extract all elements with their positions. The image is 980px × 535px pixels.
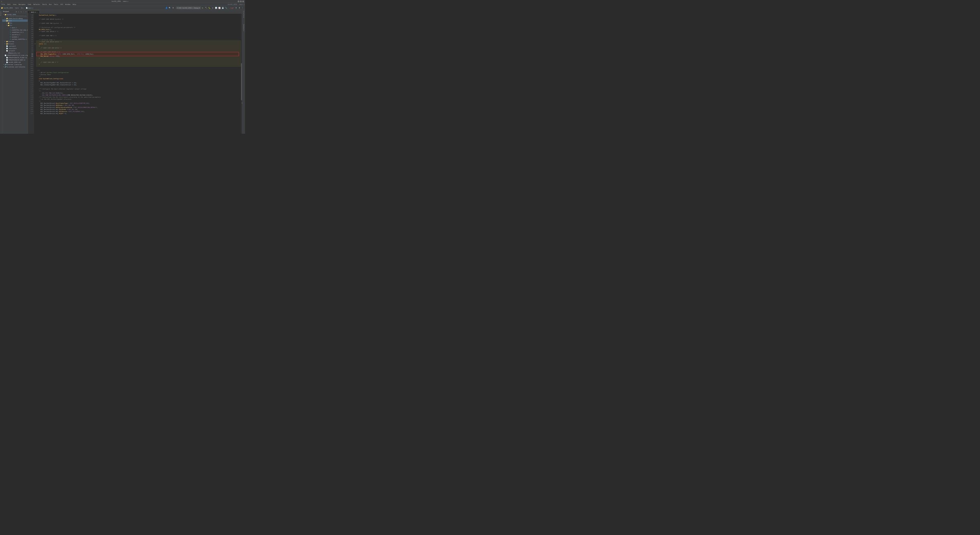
- settings-button[interactable]: ⚙: [172, 6, 174, 9]
- run-button[interactable]: ▶: [201, 6, 204, 9]
- tree-item-startup[interactable]: ▶ 📁 Startup: [2, 40, 28, 43]
- search-button[interactable]: 🔍: [168, 6, 171, 9]
- tree-label-cmake: cmake-build-debug: [8, 18, 22, 19]
- tree-label-main: main.c: [12, 27, 17, 29]
- menu-vcs[interactable]: VCS: [59, 3, 64, 6]
- code-line-98: HAL_GPIO_TogglePin( GPIO: LED0_GPIO_Port…: [37, 53, 241, 55]
- code-line-102: /* USER CODE END 3 */: [37, 61, 241, 63]
- panel-settings-btn[interactable]: ⚙: [15, 11, 18, 13]
- code-area[interactable]: SystemClock_Config(); /* USER CODE BEGIN…: [36, 14, 241, 134]
- profile-button[interactable]: 📈: [218, 6, 221, 9]
- right-tab-structure[interactable]: Structure: [243, 10, 245, 18]
- tree-item-main-c[interactable]: C main.c: [2, 26, 28, 29]
- editor-content[interactable]: 79 80 81 82 83 84 85 86 87 88 89 90 91 9…: [28, 14, 242, 134]
- project-tab-strip[interactable]: Project: [0, 10, 2, 17]
- menu-view[interactable]: View: [12, 3, 18, 6]
- toolbar: 📁 test01_GPIO › Core › Src › 📄 main.c 👤 …: [0, 6, 245, 10]
- toolbar-file-label[interactable]: main.c: [28, 7, 33, 9]
- build-button[interactable]: 🔨: [205, 6, 207, 9]
- collapse-button[interactable]: ⬇: [238, 6, 241, 9]
- code-line-92: /* USER CODE BEGIN WHILE */: [37, 41, 241, 43]
- tab-close-btn[interactable]: ✕: [37, 11, 38, 13]
- code-line-94: {: [37, 45, 241, 47]
- debug-config-dropdown[interactable]: OCD test01_GPIO | Debug ▼: [176, 6, 201, 9]
- tree-item-scratches[interactable]: ▶ 🔗 Scratches and Consoles: [2, 65, 28, 68]
- tree-item-drivers[interactable]: ▶ 📁 Drivers: [2, 43, 28, 45]
- code-line-90: [37, 37, 241, 39]
- coverage-button[interactable]: 📊: [215, 6, 217, 9]
- code-line-87: /* USER CODE BEGIN 2 */: [37, 30, 241, 32]
- tree-item-it-c[interactable]: C stm32f4xx_it.c: [2, 31, 28, 33]
- line-126: 126: [28, 110, 33, 112]
- tree-label-ext-libs: External Libraries: [7, 64, 22, 65]
- panel-sort-btn[interactable]: ⇅: [20, 11, 22, 13]
- tree-item-sysmem[interactable]: C sysmem.c: [2, 36, 28, 38]
- tree-item-cmake-build[interactable]: ▶ 📁 cmake-build-debug: [2, 17, 28, 19]
- tree-item-mxproject[interactable]: 📄 .mxproject: [2, 47, 28, 50]
- tree-item-syscalls[interactable]: C syscalls.c: [2, 33, 28, 36]
- debug-run-button[interactable]: 🐛: [208, 6, 211, 9]
- tree-item-ioc[interactable]: 📄 test01_GPIO.ioc: [2, 61, 28, 63]
- code-line-105: [37, 67, 241, 69]
- tree-item-test01-gpio[interactable]: ▼ 📁 test01_GPIO: [2, 13, 28, 16]
- file-icon-hal-msp: C: [10, 29, 11, 31]
- tree-item-ram[interactable]: 📄 STM32F429IGTX_RAM.ld: [2, 59, 28, 61]
- stop-button[interactable]: ■: [211, 6, 214, 9]
- line-91: 91: [28, 39, 33, 41]
- menu-refactor[interactable]: Refactor: [32, 3, 41, 6]
- menu-help[interactable]: Help: [72, 3, 77, 6]
- line-101: 101: [28, 59, 33, 61]
- line-107: 107: [28, 72, 33, 73]
- expand-button[interactable]: ⬆: [235, 6, 237, 9]
- user-button[interactable]: 👤: [165, 6, 168, 9]
- line-84: 84: [28, 24, 33, 26]
- menu-file[interactable]: File: [0, 3, 6, 6]
- maximize-button[interactable]: □: [240, 0, 242, 2]
- tree-item-hal-msp[interactable]: C stm32f4xx_hal_msp.c: [2, 29, 28, 31]
- line-93: 93: [28, 43, 33, 45]
- file-icon-syscalls: C: [10, 34, 11, 36]
- tree-item-ext-libs[interactable]: ▶ 🔗 External Libraries: [2, 63, 28, 65]
- editor-tab-main[interactable]: C main.c ✕: [28, 10, 39, 14]
- menu-tools[interactable]: Tools: [53, 3, 59, 6]
- tree-label-mxproject: .mxproject: [8, 47, 17, 49]
- debug-dropdown-arrow: ▼: [199, 7, 200, 9]
- fold-108[interactable]: ▼: [34, 43, 36, 45]
- attach-button[interactable]: 📎: [224, 6, 228, 9]
- fold-93[interactable]: [34, 14, 36, 16]
- fold-gutter: ▼: [34, 14, 36, 134]
- minimize-button[interactable]: —: [238, 0, 239, 2]
- tree-item-dotproject[interactable]: 📄 .project: [2, 50, 28, 52]
- more-button[interactable]: ⋮: [241, 6, 244, 9]
- folder-icon-ext-libs: 🔗: [4, 64, 6, 65]
- warning-badge[interactable]: ⚠ 2 ● 1: [229, 7, 234, 9]
- mem-button[interactable]: 💾: [221, 6, 224, 9]
- menu-run[interactable]: Run: [48, 3, 53, 6]
- right-tab-bookmarks[interactable]: Bookmarks: [243, 24, 245, 32]
- tree-item-src[interactable]: ▼ 📁 Src: [2, 24, 28, 26]
- toolbar-project-label[interactable]: test01_GPIO: [3, 7, 13, 9]
- menu-edit[interactable]: Edit: [6, 3, 11, 6]
- code-line-100: }: [37, 57, 241, 59]
- tree-item-cmakelists[interactable]: C CMakeLists.txt: [2, 52, 28, 54]
- editor-scrollbar-track[interactable]: [241, 14, 242, 134]
- panel-close-btn[interactable]: ✕: [25, 11, 27, 13]
- line-119: 119: [28, 96, 33, 98]
- tree-item-cproject[interactable]: 📄 .cproject: [2, 45, 28, 47]
- menu-build[interactable]: Build: [41, 3, 48, 6]
- panel-minimize-btn[interactable]: —: [22, 11, 25, 13]
- menu-navigate[interactable]: Navigate: [18, 3, 26, 6]
- tree-item-core[interactable]: ▼ 📁 Core: [2, 19, 28, 22]
- title-bar-left: ⚙: [1, 0, 2, 2]
- scrollbar-thumb[interactable]: [241, 63, 242, 100]
- tree-item-flash[interactable]: 📄 STM32F429IGTX_FLASH.ld: [2, 56, 28, 59]
- tree-item-stlink[interactable]: 📄 STM32F429IGT6_ST_Link.cfg: [2, 54, 28, 56]
- menu-code[interactable]: Code: [27, 3, 32, 6]
- close-button[interactable]: ✕: [242, 0, 244, 2]
- toolbar-core-label[interactable]: Core: [15, 7, 18, 9]
- tree-item-inc[interactable]: ▶ 📁 Inc: [2, 22, 28, 24]
- toolbar-src-label[interactable]: Src: [21, 7, 24, 9]
- panel-collapse-btn[interactable]: ≡: [18, 11, 20, 13]
- tree-item-system[interactable]: C system_stm32f4xx.c: [2, 38, 28, 40]
- menu-window[interactable]: Window: [64, 3, 72, 6]
